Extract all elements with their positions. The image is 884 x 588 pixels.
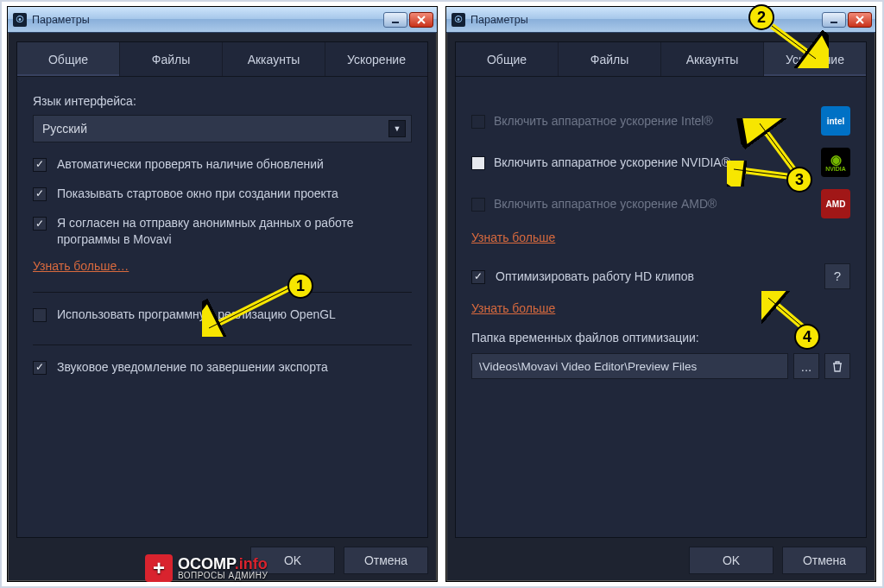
window-title: Параметры [470, 14, 528, 26]
label-nvidia: Включить аппаратное ускорение NVIDIA® [494, 155, 812, 170]
learn-more-hd-link[interactable]: Узнать больше [471, 301, 555, 315]
learn-more-accel-link[interactable]: Узнать больше [471, 231, 555, 244]
checkbox-opengl[interactable] [33, 308, 47, 322]
tab-accel[interactable]: Ускорение [764, 42, 866, 76]
checkbox-nvidia[interactable] [471, 156, 485, 170]
nvidia-logo-icon: ◉NVIDIA [821, 148, 850, 177]
checkbox-start-window[interactable] [33, 187, 47, 201]
intel-logo-icon: intel [821, 106, 850, 136]
tab-general[interactable]: Общие [456, 42, 559, 76]
settings-window-accel: ⦿ Параметры Общие Файлы Аккаунты Ускорен… [445, 6, 876, 582]
annotation-marker-3: 3 [786, 167, 812, 193]
dialog-buttons: OK Отмена [689, 547, 867, 574]
annotation-marker-4: 4 [794, 324, 820, 350]
language-label: Язык интерфейса: [33, 94, 412, 108]
chevron-down-icon: ▼ [388, 120, 406, 137]
label-start-window: Показывать стартовое окно при создании п… [57, 186, 338, 201]
tab-files[interactable]: Файлы [559, 42, 661, 76]
checkbox-sound-notify[interactable] [33, 361, 47, 375]
minimize-button[interactable] [383, 12, 407, 28]
tab-general[interactable]: Общие [17, 42, 120, 76]
checkbox-amd [471, 198, 485, 212]
titlebar[interactable]: ⦿ Параметры [8, 7, 437, 33]
cancel-button[interactable]: Отмена [782, 547, 867, 574]
titlebar[interactable]: ⦿ Параметры [446, 7, 875, 33]
window-body: Общие Файлы Аккаунты Ускорение Включить … [455, 41, 867, 538]
ok-button[interactable]: OK [689, 547, 774, 574]
amd-logo-icon: AMD [821, 189, 850, 218]
watermark: + OCOMP.info ВОПРОСЫ АДМИНУ [145, 554, 268, 582]
language-value: Русский [42, 122, 87, 136]
help-button[interactable]: ? [824, 263, 850, 289]
close-button[interactable] [409, 12, 433, 28]
app-icon: ⦿ [451, 13, 465, 27]
watermark-tld: .info [235, 555, 268, 572]
tabs: Общие Файлы Аккаунты Ускорение [17, 42, 427, 77]
label-amd: Включить аппаратное ускорение AMD® [494, 196, 812, 212]
cancel-button[interactable]: Отмена [344, 547, 428, 574]
watermark-brand: OCOMP [178, 555, 235, 572]
app-icon: ⦿ [13, 13, 27, 27]
delete-button[interactable] [824, 353, 850, 379]
language-select[interactable]: Русский ▼ [33, 115, 412, 142]
checkbox-auto-updates[interactable] [33, 158, 47, 172]
annotation-marker-1: 1 [287, 273, 313, 299]
watermark-sub: ВОПРОСЫ АДМИНУ [178, 572, 268, 580]
label-sound-notify: Звуковое уведомление по завершении экспо… [57, 359, 328, 375]
settings-window-general: ⦿ Параметры Общие Файлы Аккаунты Ускорен… [7, 6, 438, 582]
watermark-plus-icon: + [145, 554, 173, 582]
dialog-buttons: OK Отмена [250, 547, 428, 574]
divider [33, 345, 412, 345]
temp-folder-path[interactable]: \Videos\Movavi Video Editor\Preview File… [471, 353, 788, 379]
checkbox-anon-data[interactable] [33, 217, 47, 231]
close-button[interactable] [848, 12, 872, 28]
label-hd-optimize: Оптимизировать работу HD клипов [496, 269, 814, 284]
divider [33, 292, 412, 293]
tab-accel[interactable]: Ускорение [325, 42, 427, 76]
checkbox-intel [471, 115, 485, 129]
learn-more-link[interactable]: Узнать больше… [33, 259, 129, 273]
tab-accounts[interactable]: Аккаунты [223, 42, 325, 76]
tab-accounts[interactable]: Аккаунты [661, 42, 764, 76]
label-anon-data: Я согласен на отправку анонимных данных … [57, 215, 412, 246]
label-auto-updates: Автоматически проверять наличие обновлен… [57, 156, 324, 172]
svg-rect-1 [830, 22, 837, 23]
panel-accel: Включить аппаратное ускорение Intel® int… [471, 94, 850, 528]
tab-files[interactable]: Файлы [120, 42, 223, 76]
svg-rect-0 [392, 22, 399, 23]
panel-general: Язык интерфейса: Русский ▼ Автоматически… [33, 94, 412, 528]
annotation-marker-2: 2 [748, 4, 774, 30]
minimize-button[interactable] [822, 12, 846, 28]
window-body: Общие Файлы Аккаунты Ускорение Язык инте… [16, 41, 428, 538]
window-title: Параметры [32, 14, 90, 26]
tabs: Общие Файлы Аккаунты Ускорение [456, 42, 866, 77]
label-opengl: Использовать программную реализацию Open… [57, 307, 336, 322]
browse-button[interactable]: ... [793, 353, 819, 379]
trash-icon [831, 360, 843, 372]
checkbox-hd-optimize[interactable] [471, 270, 485, 284]
label-intel: Включить аппаратное ускорение Intel® [494, 113, 812, 129]
